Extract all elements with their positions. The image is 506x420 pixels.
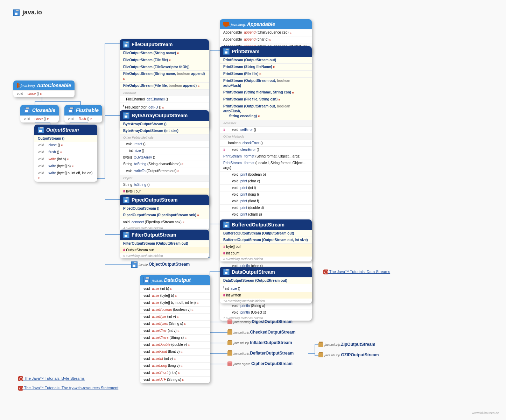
- method-row: Appendable append (CharSequence csq) E: [220, 29, 312, 36]
- field-row: # OutputStream out: [120, 247, 209, 253]
- class-dataoutput: java.io.DataOutput void write (int b) E …: [140, 275, 210, 383]
- section-header: Other Public Methods: [120, 134, 209, 141]
- method-row: void write (int b) E: [34, 156, 97, 163]
- method-row: PrintStream format (Locale l, String for…: [220, 160, 312, 171]
- class-outputstream: OutputStream OutputStream () void close …: [34, 125, 97, 182]
- class-autocloseable: java.lang.AutoCloseable void close () E: [13, 80, 75, 97]
- method-row: f FileDescriptor getFD () E: [120, 103, 209, 111]
- constructor-row: BufferedOutputStream (OutputStream out, …: [220, 237, 312, 243]
- section-header: Accessor: [220, 120, 312, 126]
- field-row: # int count: [220, 250, 312, 257]
- constructor-row: OutputStream (): [34, 135, 97, 142]
- class-header: BufferedOutputStream: [220, 219, 312, 230]
- method-row: void print (double d): [220, 204, 312, 211]
- constructor-row: PipedOutputStream (PipedInputStream snk)…: [120, 212, 209, 219]
- constructor-row: FileOutputStream (String name, boolean a…: [120, 70, 209, 82]
- method-row: void reset (): [120, 141, 209, 147]
- method-row: PrintStream format (String format, Objec…: [220, 153, 312, 160]
- class-header: java.lang.Appendable: [220, 19, 312, 29]
- method-row: void writeInt (int v) E: [140, 355, 210, 362]
- method-row: # void clearError (): [220, 146, 312, 153]
- class-header: DataOutputStream: [220, 267, 312, 277]
- class-bufferedoutputstream: BufferedOutputStream BufferedOutputStrea…: [220, 219, 312, 261]
- constructor-row: PrintStream (OutputStream out, boolean a…: [220, 77, 312, 89]
- ref-deflateroutputstream[interactable]: java.util.zip.DeflaterOutputStream: [227, 351, 294, 356]
- constructor-row: ByteArrayOutputStream (): [120, 121, 209, 127]
- method-row: void writeChar (int v) E: [140, 327, 210, 334]
- method-row: void print (long l): [220, 191, 312, 198]
- constructor-row: PrintStream (File file, String csn) E: [220, 96, 312, 103]
- constructor-row: PrintStream (OutputStream out, boolean a…: [220, 103, 312, 120]
- method-row: void writeUTF (String s) E: [140, 376, 210, 383]
- method-row: void close () E: [20, 115, 59, 122]
- method-row: void write (byte[] b, int off, int len) …: [140, 299, 210, 306]
- class-header: ByteArrayOutputStream: [120, 110, 209, 121]
- method-row: void close () E: [34, 142, 97, 149]
- package-title: java.io: [13, 9, 42, 16]
- constructor-row: PrintStream (OutputStream out): [220, 57, 312, 63]
- method-row: void write (byte[] b, int off, int len) …: [34, 170, 97, 182]
- footer-credit: www.falkhausen.de: [472, 411, 499, 415]
- ref-zipoutputstream[interactable]: java.util.zip.ZipOutputStream: [318, 342, 375, 347]
- method-row: void writeBoolean (boolean v) E: [140, 306, 210, 313]
- method-row: f int size (): [220, 284, 312, 292]
- method-row: void print (float f): [220, 198, 312, 204]
- constructor-row: PipedOutputStream (): [120, 205, 209, 212]
- method-row: void writeLong (long v) E: [140, 362, 210, 369]
- constructor-row: FileOutputStream (File file, boolean app…: [120, 82, 209, 89]
- method-row: void writeByte (int v) E: [140, 313, 210, 320]
- class-header: Closeable: [20, 105, 59, 115]
- method-row: int size (): [120, 147, 209, 154]
- ref-checkedoutputstream[interactable]: java.util.zip.CheckedOutputStream: [227, 330, 295, 335]
- constructor-row: FileOutputStream (String name) E: [120, 50, 209, 57]
- ref-inflateroutputstream[interactable]: java.util.zip.InflaterOutputStream: [227, 340, 292, 345]
- link-datastreams[interactable]: The Java™ Tutorials: Data Streams: [323, 270, 390, 274]
- class-header: PrintStream: [220, 46, 312, 57]
- constructor-row: BufferedOutputStream (OutputStream out): [220, 230, 312, 237]
- method-row: byte[] toByteArray (): [120, 154, 209, 161]
- class-header: OutputStream: [34, 125, 97, 135]
- section-header: Accessor: [120, 89, 209, 96]
- method-row: void print (int i): [220, 184, 312, 191]
- ref-digestoutputstream[interactable]: java.security.DigestOutputStream: [227, 319, 293, 325]
- footer-note: 14 overriding methods hidden: [220, 299, 312, 303]
- link-bytestreams[interactable]: The Java™ Tutorials: Byte Streams: [18, 376, 85, 381]
- method-row: String toString (String charsetName) E: [120, 161, 209, 168]
- class-header: Flushable: [64, 105, 102, 115]
- class-header: PipedOutputStream: [120, 195, 209, 205]
- ref-cipheroutputstream[interactable]: javax.crypto.CipherOutputStream: [227, 361, 293, 367]
- section-header: Object: [120, 175, 209, 181]
- method-row: FileChannel getChannel (): [120, 96, 209, 103]
- method-row: void println (Object x): [220, 309, 312, 316]
- footer-note: 5 overriding methods hidden: [120, 253, 209, 258]
- method-row: void print (char c): [220, 178, 312, 184]
- footer-note: 3 overriding methods hidden: [220, 257, 312, 261]
- method-row: void writeShort (int v) E: [140, 369, 210, 376]
- class-filteroutputstream: FilterOutputStream FilterOutputStream (O…: [120, 230, 209, 258]
- constructor-row: DataOutputStream (OutputStream out): [220, 277, 312, 284]
- ref-gzipoutputstream[interactable]: java.util.zip.GZIPOutputStream: [318, 352, 379, 357]
- class-header: java.lang.AutoCloseable: [13, 80, 75, 90]
- link-trywithresources[interactable]: The Java™ Tutorials: The try-with-resour…: [18, 386, 118, 391]
- method-row: void flush () E: [34, 149, 97, 156]
- method-row: void write (byte[] b) E: [34, 163, 97, 170]
- class-flushable: Flushable void flush () E: [64, 105, 102, 122]
- constructor-row: PrintStream (String fileName, String csn…: [220, 89, 312, 96]
- constructor-row: ByteArrayOutputStream (int size): [120, 127, 209, 134]
- ref-objectoutputstream[interactable]: java.io.ObjectOutputStream: [131, 261, 190, 268]
- field-row: # byte[] buf: [220, 243, 312, 250]
- method-row: void print (char[] s): [220, 211, 312, 218]
- method-row: Appendable append (char c) E: [220, 36, 312, 43]
- method-row: void writeBytes (String s) E: [140, 320, 210, 327]
- method-row: void close () E: [13, 90, 75, 97]
- constructor-row: PrintStream (File file) E: [220, 70, 312, 77]
- class-header: FilterOutputStream: [120, 230, 209, 240]
- method-row: void writeTo (OutputStream out) E: [120, 168, 209, 175]
- class-pipedoutputstream: PipedOutputStream PipedOutputStream () P…: [120, 195, 209, 231]
- method-row: void writeDouble (double v) E: [140, 341, 210, 348]
- method-row: void flush () E: [64, 115, 102, 122]
- method-row: void writeFloat (float v) E: [140, 348, 210, 355]
- constructor-row: PrintStream (String fileName) E: [220, 63, 312, 70]
- class-header: FileOutputStream: [120, 39, 209, 50]
- constructor-row: FileOutputStream (FileDescriptor fdObj): [120, 64, 209, 70]
